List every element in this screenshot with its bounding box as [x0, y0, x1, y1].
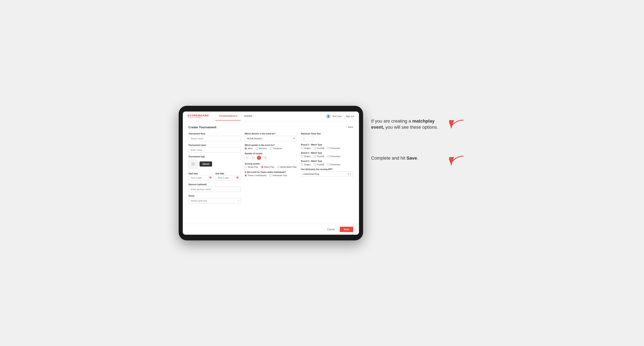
- annotation-bottom-highlight: Save: [406, 156, 417, 161]
- scoring-stroke-option[interactable]: Stroke Play: [245, 166, 258, 168]
- division-group: Which division is the event for? NCAA Di…: [245, 133, 297, 141]
- api-tag-remove[interactable]: ✕ ▾: [347, 173, 351, 175]
- round2-singles-label: Singles: [304, 155, 311, 158]
- logo-upload-area: 🖼 Upload: [188, 160, 241, 169]
- individuals-option[interactable]: Individuals Only: [270, 174, 287, 176]
- main-content: Create Tournament ← Back Tournament Host…: [183, 121, 359, 224]
- gender-womens-label: Womens: [259, 147, 267, 150]
- nav-user: 👤 Test User | Sign out: [326, 114, 354, 119]
- rounds-circles: 1 2 3 4: [245, 156, 297, 160]
- round3-foursomes-option[interactable]: Foursomes: [327, 164, 340, 166]
- individuals-radio[interactable]: [270, 174, 272, 176]
- venue-chevron-icon: ▾: [238, 199, 239, 202]
- upload-button[interactable]: Upload: [200, 162, 212, 167]
- date-row: Start date 📅 End date: [188, 172, 241, 180]
- round1-singles-label: Singles: [304, 147, 311, 149]
- scoring-stroke-radio[interactable]: [245, 166, 247, 168]
- round1-foursomes-option[interactable]: Foursomes: [327, 147, 340, 149]
- tournament-name-label: Tournament name: [188, 144, 241, 146]
- round-4-circle[interactable]: 4: [263, 156, 267, 160]
- round2-match-type-group: Round 2 - Match Type Singles Fourball: [301, 152, 353, 158]
- gender-womens-radio[interactable]: [256, 147, 258, 150]
- calendar-icon-end: 📅: [236, 176, 239, 179]
- round1-singles-option[interactable]: Singles: [301, 147, 311, 149]
- round1-match-type-group: Round 1 - Match Type Singles Fourball: [301, 144, 353, 149]
- round1-options: Singles Fourball Foursomes: [301, 147, 353, 149]
- dates-group: Start date 📅 End date: [188, 172, 241, 180]
- round1-foursomes-radio[interactable]: [327, 147, 329, 149]
- scoring-match-radio[interactable]: [261, 166, 263, 168]
- tablet-frame: SCOREBOARD Powered by clippit TOURNAMENT…: [179, 106, 363, 240]
- round-2-circle[interactable]: 2: [251, 156, 255, 160]
- round-3-circle[interactable]: 3: [257, 156, 261, 160]
- round2-foursomes-option[interactable]: Foursomes: [327, 155, 340, 158]
- round1-label: Round 1 - Match Type: [301, 144, 353, 146]
- round3-foursomes-radio[interactable]: [327, 164, 329, 166]
- gender-radio-group: Mens Womens Combined: [245, 147, 297, 150]
- annotation-top: If you are creating a matchplay event, y…: [371, 106, 466, 131]
- division-select[interactable]: NCAA Division I: [245, 136, 297, 141]
- back-link[interactable]: ← Back: [345, 126, 353, 128]
- gender-combined-option[interactable]: Combined: [270, 147, 282, 150]
- round3-singles-option[interactable]: Singles: [301, 164, 311, 166]
- annotation-top-before: If you are creating a: [371, 119, 412, 124]
- tournament-name-input[interactable]: [188, 147, 241, 153]
- tournament-host-input[interactable]: [188, 136, 241, 141]
- scoring-label: Scoring system: [245, 163, 297, 165]
- gender-womens-option[interactable]: Womens: [256, 147, 267, 150]
- powered-by-text: Powered by clippit: [188, 117, 209, 119]
- venue-input[interactable]: [188, 198, 241, 203]
- max-team-size-group: Maximum Team Size: [301, 133, 353, 141]
- round1-fourball-radio[interactable]: [314, 147, 316, 149]
- page-title: Create Tournament: [188, 125, 216, 129]
- round2-foursomes-radio[interactable]: [327, 155, 329, 158]
- gender-group: Which gender is the event for? Mens Wome…: [245, 144, 297, 150]
- scoring-medal-label: Medal Match Play: [280, 166, 296, 168]
- annotation-bottom: Complete and hit Save.: [371, 139, 466, 167]
- form-middle-section: Which division is the event for? NCAA Di…: [245, 133, 297, 203]
- sponsor-input[interactable]: [188, 187, 241, 192]
- gender-mens-radio[interactable]: [245, 147, 247, 150]
- round2-singles-radio[interactable]: [301, 155, 303, 158]
- rounds-label: Number of rounds: [245, 153, 297, 155]
- round1-singles-radio[interactable]: [301, 147, 303, 149]
- sign-out-link[interactable]: Sign out: [346, 115, 354, 117]
- round2-fourball-option[interactable]: Fourball: [314, 155, 324, 158]
- save-button[interactable]: Save: [340, 227, 353, 232]
- max-team-size-input[interactable]: [301, 136, 313, 141]
- sponsor-label: Sponsor (optional): [188, 183, 241, 185]
- form-left-section: Tournament Host Tournament name Tourname…: [188, 133, 241, 203]
- sponsor-group: Sponsor (optional): [188, 183, 241, 192]
- scoring-medal-radio[interactable]: [277, 166, 280, 168]
- round2-singles-option[interactable]: Singles: [301, 155, 311, 158]
- scoring-match-label: Match Play: [264, 166, 274, 168]
- logo-placeholder: 🖼: [188, 160, 198, 169]
- individuals-label: Individuals Only: [272, 174, 287, 176]
- scoring-match-option[interactable]: Match Play: [261, 166, 274, 168]
- round3-foursomes-label: Foursomes: [330, 164, 340, 166]
- round2-fourball-radio[interactable]: [314, 155, 316, 158]
- round3-fourball-radio[interactable]: [314, 164, 316, 166]
- scoring-stroke-label: Stroke Play: [248, 166, 258, 168]
- end-date-label: End date: [216, 173, 224, 175]
- round-1-circle[interactable]: 1: [245, 156, 249, 160]
- teams-radio[interactable]: [245, 174, 247, 176]
- round1-fourball-option[interactable]: Fourball: [314, 147, 324, 149]
- scoring-radio-group: Stroke Play Match Play Medal Match Play: [245, 166, 297, 168]
- form-right-section: Maximum Team Size Round 1 - Match Type S…: [301, 133, 353, 203]
- division-label: Which division is the event for?: [245, 133, 297, 135]
- gender-combined-radio[interactable]: [270, 147, 272, 150]
- round3-singles-radio[interactable]: [301, 164, 303, 166]
- tab-teams[interactable]: TEAMS: [240, 112, 256, 121]
- round3-fourball-option[interactable]: Fourball: [314, 164, 324, 166]
- gender-mens-option[interactable]: Mens: [245, 147, 253, 150]
- nav-logo: SCOREBOARD Powered by clippit: [188, 114, 209, 119]
- teams-option[interactable]: Teams (+Individuals): [245, 174, 266, 176]
- round3-options: Singles Fourball Foursomes: [301, 164, 353, 166]
- outer-wrapper: SCOREBOARD Powered by clippit TOURNAMENT…: [179, 106, 466, 240]
- annotation-bottom-after: .: [417, 156, 418, 161]
- scoring-medal-option[interactable]: Medal Match Play: [277, 166, 296, 168]
- tab-tournaments[interactable]: TOURNAMENTS: [215, 112, 240, 121]
- rounds-group: Number of rounds 1 2 3 4: [245, 153, 297, 160]
- cancel-button[interactable]: Cancel: [324, 226, 338, 232]
